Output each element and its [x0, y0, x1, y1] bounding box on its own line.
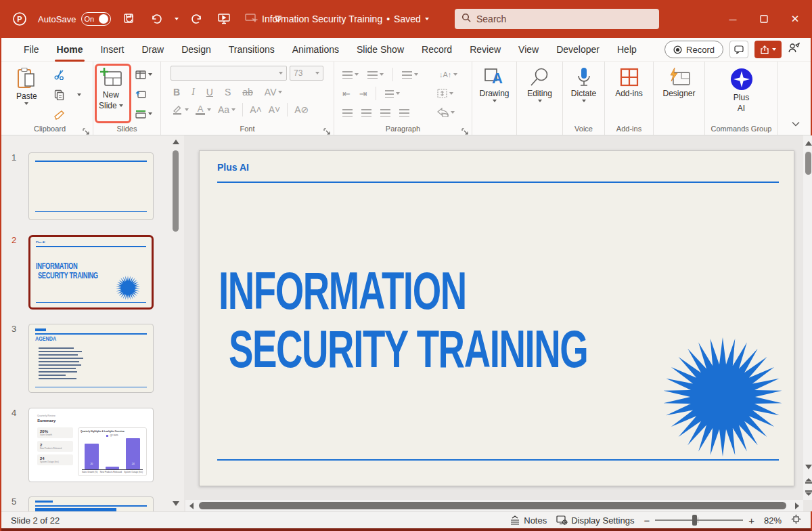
panel-scroll-up-icon[interactable]	[173, 140, 179, 144]
starburst-shape[interactable]	[662, 336, 784, 458]
bold-button[interactable]: B	[173, 87, 180, 98]
main-horizontal-scrollbar[interactable]	[185, 500, 803, 511]
cut-button[interactable]	[54, 67, 81, 82]
convert-to-smartart-button[interactable]	[437, 105, 455, 120]
zoom-out-button[interactable]: −	[644, 515, 650, 526]
close-button[interactable]: ✕	[780, 0, 811, 38]
tab-transitions[interactable]: Transitions	[220, 38, 284, 62]
text-direction-button[interactable]: ↓A↑	[439, 67, 457, 82]
vertical-scroll-thumb[interactable]	[805, 152, 811, 175]
zoom-level[interactable]: 82%	[764, 515, 782, 526]
font-size-combo[interactable]: 73	[290, 66, 323, 81]
tab-review[interactable]: Review	[461, 38, 510, 62]
display-settings-button[interactable]: Display Settings	[556, 515, 634, 526]
autosave-control[interactable]: AutoSave On	[38, 12, 111, 26]
slide-3-thumbnail[interactable]: AGENDA	[28, 324, 154, 393]
powerpoint-logo-icon[interactable]: P	[11, 10, 28, 28]
slide-4-thumbnail[interactable]: Quarterly Review Summary 20% Sales Growt…	[28, 408, 154, 482]
notes-button[interactable]: Notes	[510, 515, 547, 526]
current-slide[interactable]: Plus AI INFORMATION SECURITY TRAINING	[199, 150, 794, 486]
tab-help[interactable]: Help	[608, 38, 646, 62]
search-box[interactable]	[455, 9, 659, 29]
italic-button[interactable]: I	[191, 87, 195, 98]
undo-chevron-icon[interactable]	[175, 18, 179, 20]
tab-view[interactable]: View	[510, 38, 547, 62]
tab-home[interactable]: Home	[48, 38, 92, 62]
strikethrough-button[interactable]: ab	[242, 87, 253, 98]
slide-title-line2[interactable]: SECURITY TRAINING	[229, 322, 587, 376]
clipboard-dialog-launcher[interactable]	[83, 125, 89, 132]
bullets-button[interactable]	[342, 67, 359, 82]
redo-icon[interactable]	[188, 10, 206, 28]
search-input[interactable]	[476, 14, 652, 24]
columns-button[interactable]	[385, 86, 400, 101]
designer-button[interactable]: Designer	[654, 62, 704, 98]
align-text-button[interactable]	[437, 86, 453, 101]
slide-5-thumbnail[interactable]	[28, 496, 154, 511]
tab-animations[interactable]: Animations	[284, 38, 348, 62]
section-button[interactable]	[135, 106, 152, 121]
slide-1-thumbnail[interactable]	[28, 152, 154, 220]
paste-button[interactable]: Paste	[16, 62, 37, 105]
panel-scroll-down-icon[interactable]	[173, 501, 179, 506]
editing-button[interactable]: Editing	[517, 62, 562, 102]
shrink-font-button[interactable]: A˅	[269, 104, 281, 115]
numbering-button[interactable]	[367, 67, 384, 82]
zoom-slider-track[interactable]	[655, 519, 743, 521]
font-name-combo[interactable]	[171, 66, 287, 81]
minimize-button[interactable]: ─	[717, 0, 748, 38]
slide-layout-button[interactable]	[135, 67, 152, 82]
tab-design[interactable]: Design	[173, 38, 220, 62]
start-slideshow-icon[interactable]	[215, 10, 233, 28]
copy-button[interactable]	[54, 87, 81, 102]
slideshow-pointer-icon[interactable]	[242, 10, 260, 28]
highlight-color-button[interactable]	[172, 102, 189, 117]
slide-header-text[interactable]: Plus AI	[217, 162, 249, 173]
tab-insert[interactable]: Insert	[91, 38, 133, 62]
reset-slide-button[interactable]	[135, 87, 152, 102]
justify-button[interactable]	[399, 109, 409, 116]
font-color-button[interactable]: A	[196, 102, 211, 117]
paragraph-dialog-launcher[interactable]	[461, 125, 468, 132]
align-center-button[interactable]	[361, 109, 371, 116]
font-dialog-launcher[interactable]	[323, 125, 330, 132]
scroll-right-icon[interactable]	[795, 503, 799, 509]
scroll-down-icon[interactable]	[805, 465, 812, 469]
align-right-button[interactable]	[380, 109, 390, 116]
document-title[interactable]: Information Security Training • Saved	[262, 0, 429, 38]
slide-indicator[interactable]: Slide 2 of 22	[1, 515, 60, 526]
panel-scroll-thumb[interactable]	[173, 150, 179, 232]
text-shadow-button[interactable]: S	[225, 87, 231, 98]
dictate-button[interactable]: Dictate	[563, 62, 604, 102]
zoom-in-button[interactable]: +	[748, 515, 754, 526]
horizontal-scroll-thumb[interactable]	[199, 502, 786, 509]
record-button[interactable]: Record	[664, 41, 723, 58]
collapse-ribbon-chevron-icon[interactable]	[792, 117, 800, 129]
format-painter-button[interactable]	[54, 108, 81, 123]
maximize-button[interactable]	[748, 0, 780, 38]
character-spacing-button[interactable]: AV	[265, 85, 283, 100]
scroll-left-icon[interactable]	[189, 503, 194, 509]
change-case-button[interactable]: Aa	[218, 102, 235, 117]
present-to-person-icon[interactable]	[788, 43, 800, 56]
previous-slide-button[interactable]	[805, 478, 812, 484]
plus-ai-button[interactable]: Plus AI	[705, 62, 777, 113]
tab-draw[interactable]: Draw	[133, 38, 173, 62]
slide-2-thumbnail-selected[interactable]: Plus AI INFORMATION SECURITY TRAINING	[28, 235, 154, 310]
scroll-up-icon[interactable]	[805, 141, 812, 146]
slide-title-line1[interactable]: INFORMATION	[219, 263, 466, 318]
autosave-toggle[interactable]: On	[81, 12, 111, 26]
grow-font-button[interactable]: A˄	[250, 104, 262, 115]
line-spacing-button[interactable]	[402, 67, 418, 82]
undo-icon[interactable]	[148, 10, 165, 28]
save-icon[interactable]	[120, 10, 138, 28]
addins-button[interactable]: Add-ins	[605, 62, 653, 98]
underline-button[interactable]: U	[206, 87, 213, 98]
tab-developer[interactable]: Developer	[547, 38, 608, 62]
new-slide-button[interactable]: New Slide	[99, 62, 123, 110]
thumbnail-panel-scrollbar[interactable]	[171, 135, 181, 511]
share-button[interactable]	[754, 41, 782, 58]
fit-slide-to-window-button[interactable]	[791, 514, 801, 526]
tab-file[interactable]: File	[15, 38, 48, 62]
clear-formatting-button[interactable]: A⊘	[294, 104, 309, 115]
